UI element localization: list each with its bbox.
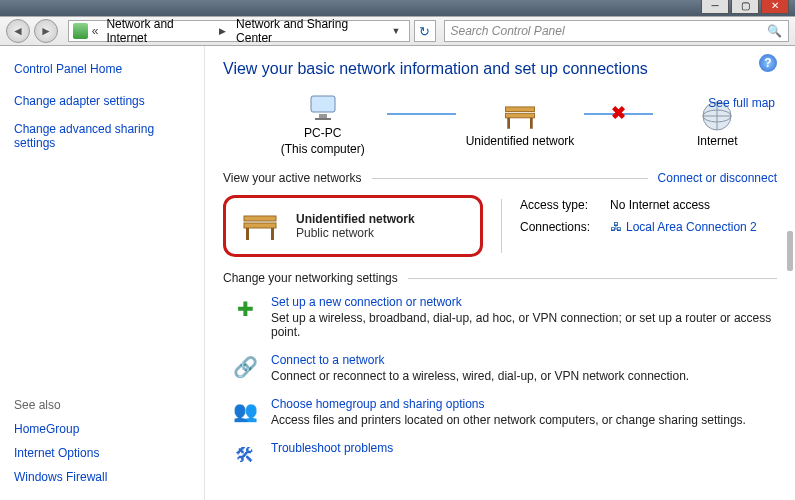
setup-new-connection-desc: Set up a wireless, broadband, dial-up, a… — [271, 311, 777, 339]
svg-rect-1 — [319, 114, 327, 118]
homegroup-link[interactable]: HomeGroup — [14, 422, 190, 436]
svg-rect-12 — [271, 228, 274, 240]
see-also-label: See also — [14, 398, 190, 412]
bench-icon — [238, 208, 282, 244]
homegroup-sharing-icon: 👥 — [231, 397, 259, 425]
address-bar: ◄ ► « Network and Internet ▶ Network and… — [0, 16, 795, 46]
sidebar: Control Panel Home Change adapter settin… — [0, 46, 205, 500]
minimize-button[interactable]: ─ — [701, 0, 729, 14]
breadcrumb-dropdown[interactable]: ▼ — [388, 26, 405, 36]
svg-rect-5 — [507, 118, 510, 129]
maximize-button[interactable]: ▢ — [731, 0, 759, 14]
this-computer-icon — [303, 90, 343, 126]
adapter-icon: 🖧 — [610, 220, 622, 234]
window-titlebar: ─ ▢ ✕ — [0, 0, 795, 16]
back-button[interactable]: ◄ — [6, 19, 30, 43]
network-card-subtitle: Public network — [296, 226, 415, 240]
svg-rect-9 — [244, 216, 276, 221]
control-panel-home-link[interactable]: Control Panel Home — [14, 62, 190, 76]
svg-rect-11 — [246, 228, 249, 240]
svg-rect-10 — [244, 223, 276, 228]
svg-rect-3 — [505, 107, 534, 112]
active-network-card[interactable]: Unidentified network Public network — [223, 195, 483, 257]
chevron-right-icon[interactable]: ▶ — [217, 26, 228, 36]
troubleshoot-problems-link[interactable]: Troubleshoot problems — [271, 441, 393, 455]
see-full-map-link[interactable]: See full map — [708, 96, 775, 110]
breadcrumb[interactable]: « Network and Internet ▶ Network and Sha… — [68, 20, 410, 42]
svg-rect-6 — [530, 118, 533, 129]
change-advanced-sharing-link[interactable]: Change advanced sharing settings — [14, 122, 190, 150]
active-networks-heading: View your active networks — [223, 171, 362, 185]
svg-rect-2 — [315, 118, 331, 120]
setup-new-connection-link[interactable]: Set up a new connection or network — [271, 295, 462, 309]
map-connector-1 — [387, 113, 457, 115]
map-node-unidentified-label: Unidentified network — [466, 134, 575, 150]
search-placeholder-text: Search Control Panel — [451, 24, 565, 38]
new-connection-icon: ✚ — [231, 295, 259, 323]
connections-label: Connections: — [520, 217, 610, 239]
access-type-label: Access type: — [520, 195, 610, 217]
network-card-title: Unidentified network — [296, 212, 415, 226]
windows-firewall-link[interactable]: Windows Firewall — [14, 470, 190, 484]
scrollbar[interactable] — [787, 231, 793, 271]
network-map: PC-PC (This computer) Unidentified netwo… — [263, 90, 777, 157]
homegroup-sharing-desc: Access files and printers located on oth… — [271, 413, 777, 427]
map-node-pc-sublabel: (This computer) — [281, 142, 365, 156]
breadcrumb-network-sharing-center[interactable]: Network and Sharing Center — [232, 17, 380, 45]
search-input[interactable]: Search Control Panel 🔍 — [444, 20, 790, 42]
connect-disconnect-link[interactable]: Connect or disconnect — [658, 171, 777, 185]
bench-icon — [500, 98, 540, 134]
help-icon[interactable]: ? — [759, 54, 777, 72]
access-type-value: No Internet access — [610, 195, 710, 217]
change-adapter-settings-link[interactable]: Change adapter settings — [14, 94, 190, 108]
page-title: View your basic network information and … — [223, 60, 777, 78]
breadcrumb-network-and-internet[interactable]: Network and Internet — [102, 17, 213, 45]
close-button[interactable]: ✕ — [761, 0, 789, 14]
local-area-connection-link[interactable]: Local Area Connection 2 — [626, 220, 757, 234]
change-settings-heading: Change your networking settings — [223, 271, 398, 285]
map-connector-2-error — [584, 113, 654, 115]
connect-network-icon: 🔗 — [231, 353, 259, 381]
homegroup-sharing-link[interactable]: Choose homegroup and sharing options — [271, 397, 484, 411]
map-node-internet-label: Internet — [697, 134, 738, 150]
breadcrumb-back-chevron[interactable]: « — [92, 24, 99, 38]
map-node-pc-label: PC-PC — [304, 126, 341, 140]
refresh-button[interactable]: ↻ — [414, 20, 436, 42]
svg-rect-4 — [505, 113, 534, 118]
troubleshoot-icon: 🛠 — [231, 441, 259, 469]
search-icon[interactable]: 🔍 — [767, 24, 782, 38]
svg-rect-0 — [311, 96, 335, 112]
connect-to-network-link[interactable]: Connect to a network — [271, 353, 384, 367]
main-panel: ? View your basic network information an… — [205, 46, 795, 500]
control-panel-icon — [73, 23, 88, 39]
internet-options-link[interactable]: Internet Options — [14, 446, 190, 460]
connect-to-network-desc: Connect or reconnect to a wireless, wire… — [271, 369, 777, 383]
forward-button[interactable]: ► — [34, 19, 58, 43]
